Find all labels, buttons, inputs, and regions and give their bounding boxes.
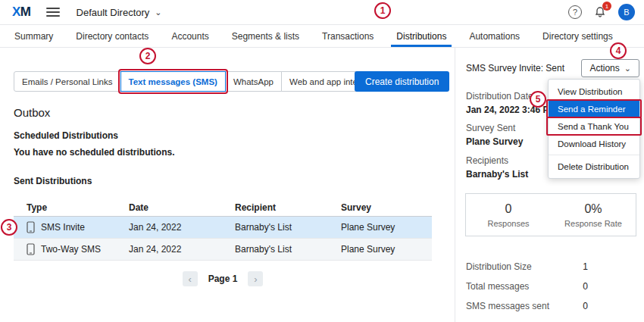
notification-badge: 1: [602, 2, 611, 11]
metric-value: 0: [583, 301, 588, 311]
menu-item-send-a-thank-you[interactable]: Send a Thank You: [549, 117, 639, 135]
cell-date: Jan 24, 2022: [129, 222, 235, 233]
column-header-type: Type: [27, 202, 129, 213]
tab-directory-contacts[interactable]: Directory contacts: [64, 25, 160, 47]
chevron-left-icon: ‹: [188, 274, 191, 285]
outbox-title: Outbox: [14, 106, 50, 119]
scheduled-distributions-heading: Scheduled Distributions: [14, 130, 118, 141]
responses-stat: 0 Responses: [466, 194, 551, 236]
channel-button-group: Emails / Personal Links Text messages (S…: [14, 71, 389, 92]
column-header-date: Date: [129, 202, 235, 213]
response-rate-label: Response Rate: [564, 219, 622, 228]
phone-icon: [27, 243, 35, 255]
responses-label: Responses: [487, 219, 529, 228]
channel-emails-personal-links[interactable]: Emails / Personal Links: [14, 71, 121, 92]
column-header-recipient: Recipient: [235, 202, 341, 213]
pagination: ‹ Page 1 ›: [14, 271, 432, 286]
avatar[interactable]: B: [618, 4, 635, 20]
tab-summary[interactable]: Summary: [3, 25, 64, 47]
metric-total-messages: Total messages 0: [466, 281, 588, 292]
actions-button[interactable]: Actions ⌄: [581, 59, 639, 77]
survey-sent-label: Survey Sent: [466, 123, 515, 133]
scheduled-empty-text: You have no scheduled distributions.: [14, 147, 174, 158]
tab-automations[interactable]: Automations: [458, 25, 531, 47]
notifications-button[interactable]: 1: [594, 6, 606, 18]
response-stats-box: 0 Responses 0% Response Rate: [465, 193, 636, 236]
tab-accounts[interactable]: Accounts: [160, 25, 220, 47]
channel-label: WhatsApp: [233, 77, 274, 86]
tab-directory-settings[interactable]: Directory settings: [531, 25, 624, 47]
annotation-circle-5: 5: [530, 91, 546, 108]
channel-whatsapp[interactable]: WhatsApp: [225, 71, 282, 92]
sent-distributions-table: Type Date Recipient Survey SMS Invite Ja…: [14, 199, 432, 261]
menu-item-label: Send a Thank You: [558, 122, 629, 131]
annotation-circle-2: 2: [139, 48, 156, 64]
directory-name: Default Directory: [77, 7, 150, 18]
xm-logo-x: X: [12, 5, 20, 19]
menu-item-delete-distribution[interactable]: Delete Distribution: [549, 158, 639, 175]
channel-text-messages-sms[interactable]: Text messages (SMS): [120, 71, 226, 92]
directory-tab-bar: Summary Directory contacts Accounts Segm…: [0, 25, 644, 48]
survey-sent-value: Plane Survey: [466, 136, 523, 147]
column-header-survey: Survey: [341, 202, 432, 213]
sent-distributions-heading: Sent Distributions: [14, 176, 92, 186]
annotation-circle-4: 4: [610, 42, 627, 59]
responses-value: 0: [505, 202, 512, 216]
previous-page-button[interactable]: ‹: [183, 271, 198, 286]
menu-icon[interactable]: [46, 5, 60, 19]
tab-segments-lists[interactable]: Segments & lists: [220, 25, 311, 47]
channel-label: Text messages (SMS): [129, 77, 217, 86]
table-row-two-way-sms[interactable]: Two-Way SMS Jan 24, 2022 Barnaby's List …: [14, 239, 432, 261]
app-window: XM Default Directory ⌄ ? 1 B Summary Dir…: [0, 0, 644, 322]
cell-survey: Plane Survey: [341, 222, 432, 233]
chevron-right-icon: ›: [254, 274, 257, 285]
tab-distributions[interactable]: Distributions: [385, 25, 458, 47]
menu-item-view-distribution[interactable]: View Distribution: [549, 83, 639, 100]
topbar-actions: ? 1 B: [568, 4, 635, 20]
response-rate-stat: 0% Response Rate: [551, 194, 636, 236]
menu-item-label: Send a Reminder: [558, 105, 626, 114]
actions-label: Actions: [589, 63, 619, 73]
help-icon[interactable]: ?: [568, 5, 582, 19]
metric-value: 1: [583, 261, 588, 272]
recipients-label: Recipients: [466, 155, 508, 166]
menu-item-download-history[interactable]: Download History: [549, 135, 639, 152]
next-page-button[interactable]: ›: [248, 271, 263, 286]
type-label: SMS Invite: [41, 222, 85, 233]
annotation-circle-3: 3: [1, 219, 17, 236]
table-row-sms-invite[interactable]: SMS Invite Jan 24, 2022 Barnaby's List P…: [14, 217, 432, 239]
xm-logo[interactable]: XM: [12, 5, 31, 20]
metric-label: Distribution Size: [466, 261, 532, 272]
menu-separator: [549, 155, 639, 155]
menu-item-send-a-reminder[interactable]: Send a Reminder: [549, 100, 639, 117]
metric-value: 0: [583, 281, 588, 292]
metric-distribution-size: Distribution Size 1: [466, 261, 588, 272]
top-bar: XM Default Directory ⌄ ? 1 B: [0, 0, 644, 25]
recipients-value: Barnaby's List: [466, 169, 528, 180]
table-header-row: Type Date Recipient Survey: [14, 199, 432, 217]
create-distribution-button[interactable]: Create distribution: [355, 71, 449, 92]
type-label: Two-Way SMS: [41, 244, 101, 255]
cell-recipient: Barnaby's List: [235, 244, 341, 255]
metric-sms-messages-sent: SMS messages sent 0: [466, 301, 588, 311]
directory-selector[interactable]: Default Directory ⌄: [77, 7, 162, 18]
page-label: Page 1: [208, 274, 238, 284]
distribution-date-value: Jan 24, 2022 3:46 PM: [466, 105, 556, 115]
cell-survey: Plane Survey: [341, 244, 432, 255]
response-rate-value: 0%: [584, 202, 602, 216]
channel-label: Emails / Personal Links: [22, 77, 113, 86]
distribution-date-label: Distribution Date: [466, 91, 533, 102]
cell-recipient: Barnaby's List: [235, 222, 341, 233]
tab-transactions[interactable]: Transactions: [311, 25, 385, 47]
metric-label: SMS messages sent: [466, 301, 549, 311]
detail-title: SMS Survey Invite: Sent: [466, 63, 564, 73]
metric-label: Total messages: [466, 281, 529, 292]
actions-dropdown-menu: View Distribution Send a Reminder Send a…: [548, 79, 640, 179]
chevron-down-icon: ⌄: [624, 64, 631, 73]
cell-type: SMS Invite: [27, 221, 129, 233]
xm-logo-m: M: [20, 5, 31, 19]
cell-date: Jan 24, 2022: [129, 244, 235, 255]
annotation-circle-1: 1: [374, 2, 391, 19]
chevron-down-icon: ⌄: [155, 8, 161, 17]
phone-icon: [27, 221, 35, 233]
